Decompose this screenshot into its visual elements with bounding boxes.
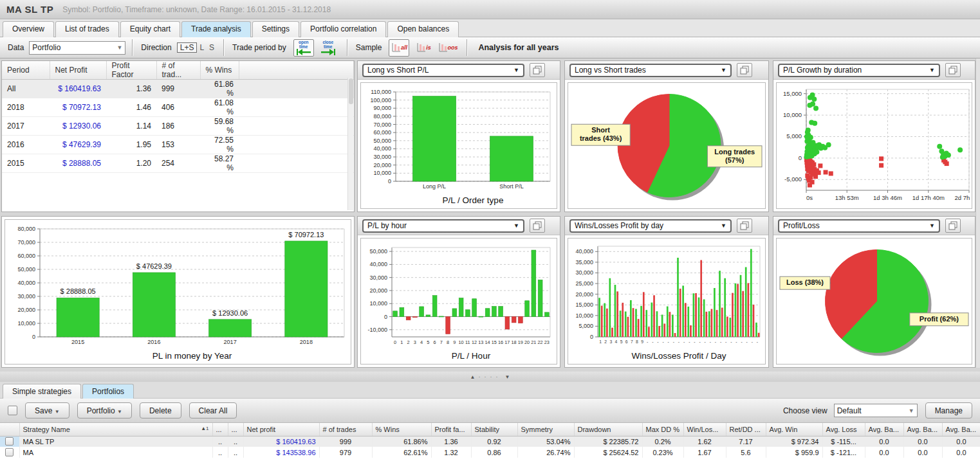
chart-long-vs-short-trades: Long trades(57%)Shorttrades (43%) [568,82,766,209]
sample-is-button[interactable]: is [413,39,434,57]
period-col-0[interactable]: Period [2,61,50,80]
svg-text:5,000: 5,000 [578,323,593,329]
strategy-col-strategy-name[interactable]: Strategy Name▲1 [19,423,212,436]
direction-l[interactable]: L [197,43,207,52]
tab-equity-chart[interactable]: Equity chart [120,21,180,37]
select-all-checkbox[interactable] [8,406,17,415]
close-time-button[interactable]: closetime [318,39,338,57]
chart-select-long-vs-short-pl[interactable]: Long vs Short P/L ▼ [362,64,524,77]
svg-text:16: 16 [498,339,503,345]
strategy-col--of-trades[interactable]: # of trades [319,423,372,436]
row-checkbox[interactable] [5,437,14,446]
strategy-col--wins[interactable]: % Wins [372,423,431,436]
svg-text:9: 9 [453,339,456,345]
svg-text:0: 0 [32,334,35,340]
tab-portfolios[interactable]: Portfolios [82,384,134,400]
delete-button[interactable]: Delete [140,402,181,419]
period-row-2015[interactable]: 2015$ 28888.051.2025458.27 % [2,154,354,173]
copy-chart-icon[interactable] [530,219,545,233]
strategy-col-max-dd-[interactable]: Max DD % [642,423,683,436]
direction-l-s[interactable]: L+S [177,42,198,53]
strategy-col-net-profit[interactable]: Net profit [243,423,319,436]
svg-text:35,000: 35,000 [575,259,593,266]
chevron-down-icon: ▼ [513,67,519,73]
svg-text:13h 53m: 13h 53m [835,194,859,201]
period-row-2016[interactable]: 2016$ 47629.391.9515372.55 % [2,136,354,154]
svg-text:11: 11 [465,339,470,345]
tab-overview[interactable]: Overview [3,21,54,37]
data-select[interactable]: Portfolio ▼ [29,41,125,55]
sample-group: allisoos [387,39,460,57]
period-col-3[interactable]: # of trad... [156,61,200,80]
copy-chart-icon[interactable] [737,63,752,77]
scrollbar[interactable] [347,78,353,210]
period-row-2018[interactable]: 2018$ 70972.131.4640661.08 % [2,98,354,117]
open-time-button[interactable]: opentime [293,39,314,57]
period-col-4[interactable]: % Wins [200,61,239,80]
svg-text:1d 3h 46m: 1d 3h 46m [873,194,902,201]
chevron-down-icon: ▼ [909,408,914,414]
expand-down-icon[interactable]: ▼ [505,374,510,380]
strategy-col-avg-ba-[interactable]: Avg. Ba... [942,423,980,436]
panel-long-vs-short-trades: Long vs Short trades ▼ Long trades(57%)S… [564,60,769,212]
row-checkbox[interactable] [5,448,14,456]
svg-text:Profit (62%): Profit (62%) [920,315,959,323]
sample-oos-button[interactable]: oos [438,39,458,57]
svg-text:-: - [715,339,716,344]
copy-chart-icon[interactable] [530,63,545,77]
strategy-col-avg-win[interactable]: Avg. Win [766,423,822,436]
tab-settings[interactable]: Settings [252,21,299,37]
view-select[interactable]: Default ▼ [834,404,918,417]
strategy-col--[interactable]: ... [212,423,228,436]
period-table: PeriodNet ProfitProfit Factor# of trad..… [2,61,354,173]
svg-text:10,000: 10,000 [373,170,391,176]
copy-chart-icon[interactable] [945,219,961,233]
sample-all-button[interactable]: all [389,39,409,57]
tab-open-balances[interactable]: Open balances [387,21,459,37]
tab-list-of-trades[interactable]: List of trades [55,21,119,37]
choose-view-label: Choose view [783,406,827,415]
scrollbar[interactable] [975,59,980,368]
strategy-col-ret-dd-[interactable]: Ret/DD ... [726,423,766,436]
strategy-col-drawdown[interactable]: Drawdown [574,423,642,436]
strategies-table: Strategy Name▲1......Net profit# of trad… [0,423,980,458]
tab-portfolio-correlation[interactable]: Portfolio correlation [300,21,386,37]
strategy-col-stability[interactable]: Stability [471,423,517,436]
chart-select-wins-losses-day[interactable]: Wins/Losses Profit by day ▼ [569,219,732,233]
chart-select-long-vs-short-trades[interactable]: Long vs Short trades ▼ [569,64,732,77]
tab-simple-strategies[interactable]: Simple strategies [3,384,81,400]
strategy-col-symmetry[interactable]: Symmetry [517,423,574,436]
strategy-col-win-los-[interactable]: Win/Los... [683,423,726,436]
direction-s[interactable]: S [207,43,217,52]
clear-all-button[interactable]: Clear All [189,402,237,419]
manage-button[interactable]: Manage [925,402,972,419]
period-col-1[interactable]: Net Profit [50,61,106,80]
strategy-col-checkbox[interactable] [0,423,19,436]
horizontal-splitter[interactable]: ▲ ···· ▼ [0,372,980,382]
save-button[interactable]: Save ▼ [25,402,69,419]
panel-pl-growth-by-duration: P/L Growth by duration ▼ -5,00005,00010,… [773,60,975,212]
svg-text:40,000: 40,000 [575,248,593,255]
svg-text:-: - [746,339,748,344]
period-row-all[interactable]: All$ 160419.631.3699961.86 % [2,80,354,98]
strategy-col-avg-ba-[interactable]: Avg. Ba... [903,423,942,436]
strategy-row-ma-sl-tp[interactable]: MA SL TP....$ 160419.6399961.86%1.360.92… [0,436,980,447]
strategy-col-avg-ba-[interactable]: Avg. Ba... [865,423,903,436]
strategy-col--[interactable]: ... [228,423,243,436]
chart-select-profit-loss[interactable]: Profit/Loss ▼ [778,219,940,233]
svg-text:5,000: 5,000 [786,132,802,140]
copy-chart-icon[interactable] [737,219,752,233]
chart-select-pl-by-hour[interactable]: P/L by hour ▼ [362,219,524,233]
period-col-2[interactable]: Profit Factor [106,61,156,80]
strategy-col-profit-fa-[interactable]: Profit fa... [431,423,471,436]
period-row-2017[interactable]: 2017$ 12930.061.1418659.68 % [2,117,354,136]
portfolio-button[interactable]: Portfolio ▼ [77,402,132,419]
collapse-up-icon[interactable]: ▲ [470,374,476,380]
copy-chart-icon[interactable] [945,63,961,77]
strategy-row-ma[interactable]: MA....$ 143538.9697962.61%1.320.8626.74%… [0,447,980,458]
chart-select-pl-growth[interactable]: P/L Growth by duration ▼ [778,64,940,77]
svg-text:Long P/L: Long P/L [423,183,446,190]
tab-trade-analysis[interactable]: Trade analysis [181,21,251,37]
strategies-table-wrap: Strategy Name▲1......Net profit# of trad… [0,423,980,459]
strategy-col-avg-loss[interactable]: Avg. Loss [822,423,865,436]
